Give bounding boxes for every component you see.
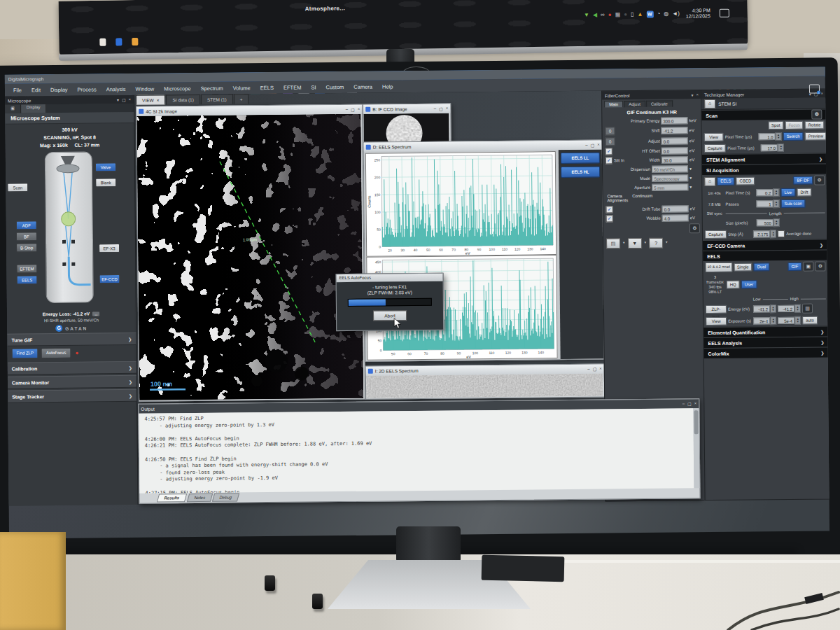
menu-custom[interactable]: Custom [321,82,348,91]
exposure-high-stepper[interactable]: 5e-4▲▼ [778,316,801,325]
close-icon[interactable]: × [696,92,699,97]
upper-tray-volume-icon[interactable]: ◄) [672,10,680,18]
menu-microscope[interactable]: Microscope [160,84,195,93]
tab-si-data[interactable]: SI data (1) [166,94,200,104]
scan-button[interactable]: Scan [7,183,28,192]
upper-tray-status-icon[interactable]: ● [624,11,627,18]
upper-system-tray[interactable]: ▼◀∞●▦●▯▲W◔◍◄)4:30 PM12/12/2025 [584,8,729,21]
menu-eftem[interactable]: EFTEM [279,83,306,92]
slit-in-checkbox[interactable]: ✓ [606,157,612,164]
menu-volume[interactable]: Volume [229,83,255,92]
menu-process[interactable]: Process [73,85,100,94]
hq-button[interactable]: HQ [727,281,740,289]
ht-offset-field[interactable]: 0.0 [662,147,688,154]
adjust-field[interactable]: 0.0 [662,137,688,144]
menu-si[interactable]: SI [307,83,320,92]
energy-high-stepper[interactable]: -41.2▲▼ [778,304,801,313]
efccd-button[interactable]: EF-CCD [99,274,120,284]
valve-button[interactable]: Valve [95,162,116,172]
menu-help[interactable]: Help [378,82,398,91]
section-tune-gif[interactable]: Tune GIF❯ [7,332,136,346]
upper-tray-link-icon[interactable]: ∞ [601,11,605,18]
gear-icon[interactable]: ⚙ [690,223,700,233]
upper-folder-shortcut[interactable] [132,38,138,46]
upper-tray-phone-icon[interactable]: ▯ [631,11,634,18]
section-elemental-quantification[interactable]: Elemental Quantification❯ [704,326,828,337]
upper-app-shortcut[interactable] [115,38,122,46]
collapse-icon[interactable]: ▾ [117,97,119,102]
scrollbar[interactable] [693,408,699,488]
panel-tab-icon[interactable]: ▣ [5,104,21,113]
help-button[interactable]: ? [649,238,663,248]
auto-button[interactable]: auto [802,316,818,325]
eels-ll-plot[interactable]: 2030405060708090100110120130140050100150… [365,151,556,257]
upper-tray-globe-icon[interactable]: ◍ [664,10,668,18]
shift-zero-button[interactable]: 0 [605,127,615,135]
adjust-zero-button[interactable]: 0 [606,137,615,146]
notification-icon[interactable]: 1 [809,84,820,93]
section-scan[interactable]: Scan⚙ [701,108,826,120]
si-capture-button[interactable]: Capture [705,230,727,239]
step-stepper[interactable]: 2.175▲▼ [753,230,776,238]
section-efccd-camera[interactable]: EF-CCD Camera❯ [703,239,827,251]
close-icon[interactable]: × [820,91,823,96]
energy-more-button[interactable]: ... [92,311,100,316]
aperture-select[interactable]: 5 mm [652,183,688,190]
cbed-mode-button[interactable]: CBED [736,176,755,185]
upper-clock[interactable]: 4:30 PM12/12/2025 [686,8,710,20]
section-si-acquisition[interactable]: SI Acquisition [702,163,827,175]
minimize-icon[interactable]: – [585,143,587,148]
menu-file[interactable]: File [9,85,26,94]
autofocus-button[interactable]: AutoFocus [41,348,71,358]
technique-breadcrumb[interactable]: STEM SI [718,102,736,106]
menu-spectrum[interactable]: Spectrum [197,83,227,92]
upper-notes-shortcut[interactable] [99,38,106,46]
upper-tray-timer-icon[interactable]: ◔ [657,10,660,18]
minimize-icon[interactable]: – [682,401,685,406]
minimize-icon[interactable]: – [346,107,348,112]
exposure-low-stepper[interactable]: 2e-4▲▼ [753,316,776,325]
upper-tray-record-icon[interactable]: ● [608,11,612,18]
maximize-icon[interactable]: ▢ [351,107,355,112]
minimize-icon[interactable]: – [587,367,589,372]
angles-chip[interactable]: 10 & 4.2 mrad [705,262,732,272]
energy-low-stepper[interactable]: -41.2▲▼ [753,304,776,313]
tab-calibrate[interactable]: Calibrate [646,101,673,107]
section-camera-monitor[interactable]: Camera Monitor❯ [8,375,136,389]
maximize-icon[interactable]: ▢ [687,401,692,406]
close-icon[interactable]: × [129,97,132,102]
tab-results[interactable]: Results [157,493,187,502]
slit-width-field[interactable]: 30.0 [662,156,688,163]
efx3-button[interactable]: EF-X3 [99,244,120,253]
section-stem-alignment[interactable]: STEM Alignment❯ [702,153,827,164]
home-icon[interactable]: ⌂ [704,176,715,186]
upper-notification-icon[interactable] [720,9,729,18]
section-eels-analysis[interactable]: EELS Analysis❯ [704,336,828,348]
save-settings-button[interactable]: ▼ [628,238,642,248]
menu-camera[interactable]: Camera [349,82,377,91]
tab-stem[interactable]: STEM (1) [201,94,233,104]
pin-icon[interactable]: ▢ [122,97,126,102]
tab-view[interactable]: VIEW× [136,94,166,104]
drift-tube-checkbox[interactable]: ✓ [606,206,613,213]
pixel-time-stepper[interactable]: 1.0▲▼ [759,132,782,141]
tab-debug[interactable]: Debug [212,493,239,501]
upper-tray-sync-icon[interactable]: ◀ [593,12,597,19]
tab-notes[interactable]: Notes [187,493,213,502]
eftem-button[interactable]: EFTEM [16,264,37,273]
bfdf-button[interactable]: BF-DF [793,176,813,185]
mode-select[interactable]: Spectroscopy [652,174,688,181]
filter-tabs[interactable]: Main Adjust Calibrate [602,99,701,107]
section-calibration[interactable]: Calibration❯ [8,361,136,375]
close-icon[interactable]: × [358,107,360,112]
blank-button[interactable]: Blank [95,178,116,187]
pixel-time-capture-stepper[interactable]: 17.0▲▼ [761,144,784,152]
passes-stepper[interactable]: 1▲▼ [756,200,779,208]
wobble-field[interactable]: 4.0 [662,214,689,221]
tab-new[interactable]: + [234,94,249,104]
live-button[interactable]: Live [780,188,795,197]
menu-window[interactable]: Window [132,84,159,93]
drift-tube-field[interactable]: 0.0 [662,205,689,212]
close-icon[interactable]: × [597,143,600,148]
bf-button[interactable]: BF [16,232,37,241]
